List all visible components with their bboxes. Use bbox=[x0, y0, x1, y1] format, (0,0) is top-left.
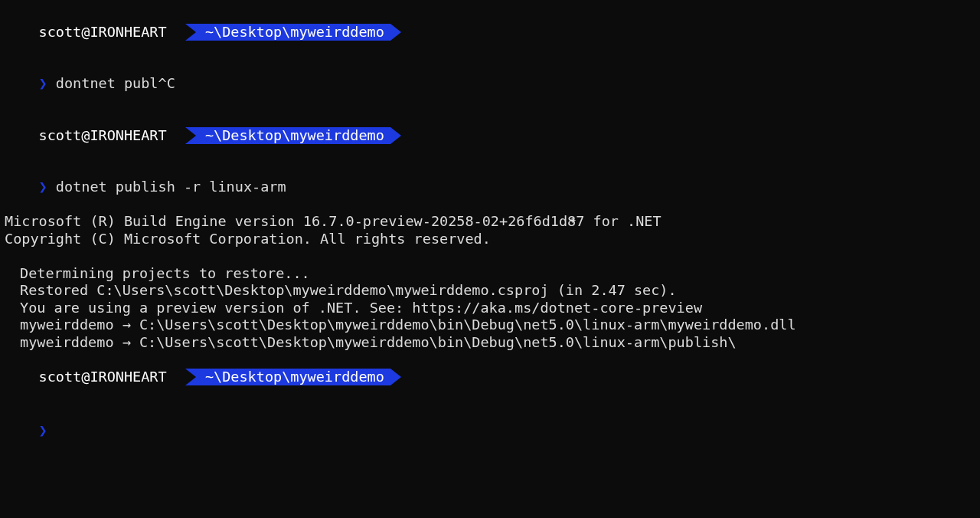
output-line: Microsoft (R) Build Engine version 16.7.… bbox=[5, 213, 975, 231]
command-line: ❯ dontnet publ^C bbox=[5, 58, 975, 110]
command-text: dotnet publish -r linux-arm bbox=[56, 179, 286, 195]
path-segment: ~\Desktop\myweirddemo bbox=[185, 24, 390, 41]
prompt-line: scott@IRONHEART ~\Desktop\myweirddemo bbox=[5, 351, 975, 403]
prompt-symbol: ❯ bbox=[39, 75, 47, 91]
output-blank bbox=[5, 248, 975, 265]
output-line: myweirddemo → C:\Users\scott\Desktop\myw… bbox=[5, 334, 975, 352]
user-host: scott@IRONHEART bbox=[39, 369, 167, 385]
output-line: Determining projects to restore... bbox=[5, 265, 975, 283]
output-line: You are using a preview version of .NET.… bbox=[5, 300, 975, 317]
output-line: myweirddemo → C:\Users\scott\Desktop\myw… bbox=[5, 316, 975, 334]
output-line: Copyright (C) Microsoft Corporation. All… bbox=[5, 231, 975, 248]
path-segment: ~\Desktop\myweirddemo bbox=[185, 369, 390, 386]
command-input-line[interactable]: ❯ bbox=[5, 403, 975, 457]
user-host: scott@IRONHEART bbox=[39, 127, 167, 143]
path-segment: ~\Desktop\myweirddemo bbox=[185, 127, 390, 145]
user-host: scott@IRONHEART bbox=[39, 24, 167, 40]
command-text: dontnet publ bbox=[56, 75, 158, 91]
mouse-pointer-icon: ⌖ bbox=[570, 211, 576, 229]
prompt-symbol: ❯ bbox=[39, 179, 47, 195]
cursor bbox=[56, 420, 64, 435]
command-line: ❯ dotnet publish -r linux-arm bbox=[5, 162, 975, 214]
ctrl-c: ^C bbox=[158, 75, 175, 91]
prompt-line: scott@IRONHEART ~\Desktop\myweirddemo bbox=[5, 110, 975, 162]
prompt-line: scott@IRONHEART ~\Desktop\myweirddemo bbox=[5, 6, 975, 58]
prompt-symbol: ❯ bbox=[39, 422, 47, 438]
output-line: Restored C:\Users\scott\Desktop\myweirdd… bbox=[5, 282, 975, 300]
terminal-viewport[interactable]: scott@IRONHEART ~\Desktop\myweirddemo ❯ … bbox=[5, 6, 975, 457]
